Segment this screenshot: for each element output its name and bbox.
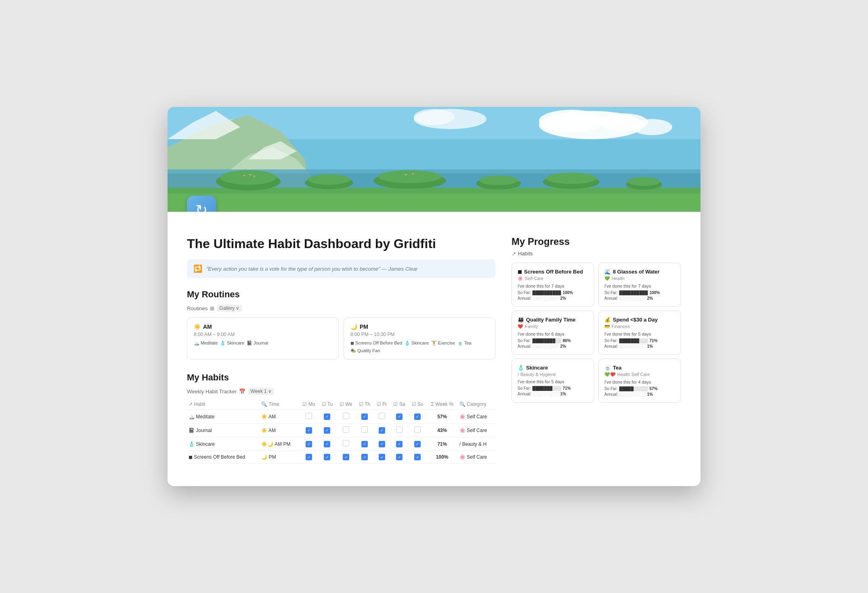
gallery-selector[interactable]: Gallery ∨: [217, 305, 242, 312]
checkbox-sa-3[interactable]: [390, 451, 408, 464]
progress-card[interactable]: ◼ Screens Off Before Bed 🌸 Self Care I'v…: [512, 263, 594, 307]
checkbox-empty[interactable]: [361, 426, 368, 433]
checkbox-we-2[interactable]: [336, 437, 356, 451]
checkbox-sa-2[interactable]: [390, 437, 408, 451]
routine-tag-exercise: 🏋️ Exercise: [431, 340, 455, 346]
checkbox-empty[interactable]: [414, 426, 421, 433]
checkbox-checked[interactable]: [414, 441, 421, 447]
card-category-4: / Beauty & Hygiene: [518, 372, 588, 377]
checkbox-checked[interactable]: [324, 454, 330, 460]
time-icon: 🌙: [261, 454, 267, 460]
checkbox-fr-1[interactable]: [373, 424, 390, 437]
checkbox-th-3[interactable]: [356, 451, 373, 464]
checkbox-checked[interactable]: [379, 454, 385, 460]
habit-time-2: ☀️🌙 AM PM: [260, 437, 299, 451]
checkbox-fr-0[interactable]: [373, 410, 390, 424]
card-days-1: I've done this for 7 days: [604, 284, 675, 288]
time-icon: ☀️🌙: [261, 441, 273, 447]
checkbox-su-1[interactable]: [408, 424, 426, 437]
checkbox-empty[interactable]: [343, 426, 349, 433]
progress-card[interactable]: 🍵 Tea 💚❤️ Health Self Care I've done thi…: [598, 359, 681, 403]
checkbox-checked[interactable]: [379, 441, 385, 447]
checkbox-mo-1[interactable]: [299, 424, 319, 437]
checkbox-we-1[interactable]: [336, 424, 356, 437]
checkbox-empty[interactable]: [379, 413, 385, 419]
checkbox-tu-3[interactable]: [319, 451, 336, 464]
checkbox-checked[interactable]: [306, 454, 312, 460]
routine-am-tags: 🏔️ Meditate 🧴 Skincare 📓 Journal: [194, 340, 332, 346]
checkbox-su-0[interactable]: [408, 410, 426, 424]
checkbox-checked[interactable]: [414, 413, 421, 420]
routine-card-pm[interactable]: 🌙 PM 8:00 PM – 10:30 PM ◼ Screens Off Be…: [344, 317, 495, 359]
checkbox-checked[interactable]: [324, 427, 330, 434]
checkbox-th-0[interactable]: [356, 410, 373, 424]
checkbox-su-2[interactable]: [408, 437, 426, 451]
progress-card[interactable]: 👨‍👩‍👧 Quality Family Time ❤️ Family I've…: [512, 311, 594, 355]
checkbox-th-2[interactable]: [356, 437, 373, 451]
annual-pct-5: 1%: [647, 392, 653, 397]
col-fr: ☑ Fr: [373, 399, 390, 410]
time-icon: ☀️: [261, 428, 267, 433]
checkbox-sa-0[interactable]: [390, 410, 408, 424]
card-title-0: ◼ Screens Off Before Bed: [518, 269, 588, 275]
checkbox-checked[interactable]: [361, 441, 368, 447]
col-category: 🔍 Category: [458, 399, 495, 410]
checkbox-mo-3[interactable]: [299, 451, 319, 464]
routine-card-am[interactable]: ☀️ AM 8:00 AM – 9:00 AM 🏔️ Meditate 🧴 Sk…: [187, 317, 339, 359]
checkbox-empty[interactable]: [343, 440, 349, 447]
filled-blocks-5: █████░░░░░: [619, 386, 648, 391]
checkbox-fr-2[interactable]: [373, 437, 390, 451]
checkbox-th-1[interactable]: [356, 424, 373, 437]
checkbox-su-3[interactable]: [408, 451, 426, 464]
checkbox-checked[interactable]: [324, 441, 330, 447]
sofar-row-4: So Far: ███████░░░ 71%: [518, 386, 588, 390]
checkbox-fr-3[interactable]: [373, 451, 390, 464]
checkbox-mo-0[interactable]: [299, 410, 319, 424]
checkbox-sa-1[interactable]: [390, 424, 408, 437]
habits-link[interactable]: ↗ Habits: [512, 251, 681, 257]
checkbox-tu-1[interactable]: [319, 424, 336, 437]
svg-point-24: [249, 174, 251, 175]
checkbox-we-0[interactable]: [336, 410, 356, 424]
filled-blocks-2: ████████░░: [533, 338, 561, 343]
routine-tag-screens: ◼ Screens Off Before Bed: [350, 340, 402, 346]
annual-row-0: Annual: ░░░░░░░░░ 2%: [518, 296, 588, 301]
progress-card[interactable]: 🧴 Skincare / Beauty & Hygiene I've done …: [512, 359, 594, 403]
week-selector[interactable]: Week 1 ∨: [248, 388, 274, 395]
checkbox-checked[interactable]: [396, 454, 403, 460]
col-time: 🔍 Time: [260, 399, 299, 410]
habit-time-0: ☀️ AM: [260, 410, 299, 424]
sofar-pct-1: 100%: [650, 290, 660, 295]
card-icon-2: 👨‍👩‍👧: [518, 317, 524, 323]
checkbox-checked[interactable]: [361, 413, 368, 420]
habit-time-1: ☀️ AM: [260, 424, 299, 437]
progress-card[interactable]: 💰 Spend <$30 a Day 💳 Finances I've done …: [598, 311, 681, 355]
tracker-label: Weekly Habit Tracker: [187, 388, 237, 395]
checkbox-checked[interactable]: [306, 441, 312, 447]
checkbox-checked[interactable]: [379, 427, 385, 434]
checkbox-checked[interactable]: [343, 454, 349, 460]
checkbox-checked[interactable]: [306, 427, 312, 434]
checkbox-empty[interactable]: [306, 413, 312, 419]
checkbox-empty[interactable]: [343, 413, 349, 419]
annual-blocks-2: ░░░░░░░░░: [533, 344, 559, 349]
time-icon: ☀️: [261, 414, 267, 420]
checkbox-empty[interactable]: [396, 426, 403, 433]
checkbox-checked[interactable]: [414, 454, 421, 460]
svg-point-12: [220, 170, 277, 185]
checkbox-checked[interactable]: [396, 441, 403, 447]
checkbox-mo-2[interactable]: [299, 437, 319, 451]
week-pct-2: 71%: [427, 437, 458, 451]
progress-card[interactable]: 🌊 8 Glasses of Water 💚 Health I've done …: [598, 263, 681, 307]
cat-icon: 🌸: [459, 414, 465, 420]
svg-point-23: [243, 175, 245, 176]
card-category-3: 💳 Finances: [604, 324, 675, 329]
routine-am-time: 8:00 AM – 9:00 AM: [194, 332, 332, 337]
checkbox-checked[interactable]: [324, 413, 330, 420]
checkbox-checked[interactable]: [396, 413, 403, 420]
checkbox-tu-0[interactable]: [319, 410, 336, 424]
checkbox-checked[interactable]: [361, 454, 368, 460]
habit-name-1: 📓 Journal: [187, 424, 260, 437]
checkbox-tu-2[interactable]: [319, 437, 336, 451]
checkbox-we-3[interactable]: [336, 451, 356, 464]
